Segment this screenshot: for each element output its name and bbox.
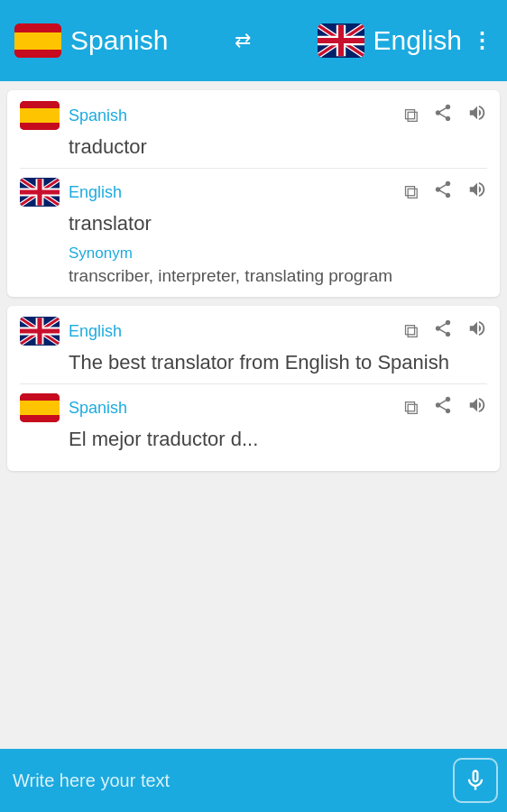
card-divider-1 xyxy=(20,168,487,169)
uk-flag-card2 xyxy=(20,317,60,346)
copy-target-button-2[interactable]: ⧉ xyxy=(404,396,419,420)
source-lang-name-1: Spanish xyxy=(69,106,390,125)
target-lang-name-1: English xyxy=(69,183,390,202)
share-source-button-2[interactable] xyxy=(433,318,453,344)
spain-flag-card2 xyxy=(20,393,60,422)
source-lang-name-2: English xyxy=(69,322,390,341)
swap-icon: ⇄ xyxy=(235,29,251,52)
source-text-2: The best translator from English to Span… xyxy=(69,351,487,374)
source-text-1: traductor xyxy=(69,135,487,159)
swap-languages-button[interactable]: ⇄ xyxy=(168,29,317,52)
copy-source-button-2[interactable]: ⧉ xyxy=(404,319,419,343)
copy-target-button-1[interactable]: ⧉ xyxy=(404,180,419,204)
share-source-button-1[interactable] xyxy=(433,103,453,128)
target-text-1: translator xyxy=(69,212,487,235)
bottom-input-bar xyxy=(0,749,507,812)
target-lang-name-2: Spanish xyxy=(69,399,390,418)
target-language-area: English ⋮ xyxy=(318,23,493,58)
microphone-button[interactable] xyxy=(453,758,498,803)
source-lang-label: Spanish xyxy=(70,25,168,56)
spain-flag xyxy=(14,23,61,58)
translation-card-1: Spanish ⧉ traductor English xyxy=(7,90,500,297)
target-lang-row-1: English ⧉ xyxy=(20,178,487,207)
speak-target-button-2[interactable] xyxy=(467,395,487,420)
share-target-button-2[interactable] xyxy=(433,395,453,420)
text-input[interactable] xyxy=(9,763,446,798)
app-header: Spanish ⇄ English ⋮ xyxy=(0,0,507,81)
speak-source-button-1[interactable] xyxy=(467,103,487,128)
share-target-button-1[interactable] xyxy=(433,180,453,205)
copy-source-button-1[interactable]: ⧉ xyxy=(404,104,419,127)
target-lang-label: English xyxy=(373,25,462,56)
uk-flag-card1 xyxy=(20,178,60,207)
speak-target-button-1[interactable] xyxy=(467,180,487,205)
spain-flag-card1 xyxy=(20,101,60,130)
source-lang-row-1: Spanish ⧉ xyxy=(20,101,487,130)
more-options-button[interactable]: ⋮ xyxy=(471,28,493,53)
source-lang-row-2: English ⧉ xyxy=(20,317,487,346)
uk-flag-header xyxy=(318,23,364,58)
synonym-label-1: Synonym xyxy=(69,245,487,263)
translation-card-2: English ⧉ The best translator from Engli… xyxy=(7,306,500,471)
target-lang-row-2: Spanish ⧉ xyxy=(20,393,487,422)
card-divider-2 xyxy=(20,383,487,384)
translations-list: Spanish ⧉ traductor English xyxy=(0,81,507,749)
target-text-2: El mejor traductor d... xyxy=(69,428,487,451)
synonym-text-1: transcriber, interpreter, translating pr… xyxy=(69,266,487,286)
source-language-selector[interactable]: Spanish xyxy=(14,23,168,58)
speak-source-button-2[interactable] xyxy=(467,318,487,344)
